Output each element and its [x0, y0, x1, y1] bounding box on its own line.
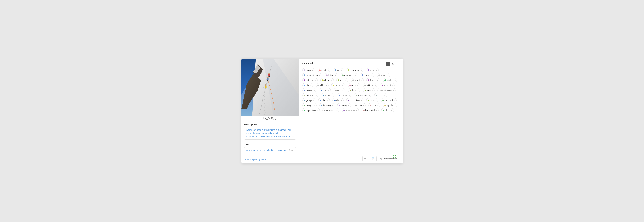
keyword-remove[interactable]: ×: [394, 104, 396, 106]
keyword-label: france: [370, 79, 376, 81]
keyword-remove[interactable]: ×: [355, 74, 356, 76]
keyword-label: glacier: [364, 74, 370, 76]
keyword-remove[interactable]: ×: [345, 79, 346, 81]
keyword-label: snow: [306, 69, 311, 71]
keyword-tag: adventure×: [346, 68, 363, 72]
copy-keywords-button[interactable]: ⎘ Copy keywords: [378, 156, 400, 161]
keyword-remove[interactable]: ×: [332, 104, 333, 106]
keyword-remove[interactable]: ×: [361, 99, 362, 101]
keyword-remove[interactable]: ×: [328, 89, 329, 91]
keyword-tag: summit×: [380, 83, 394, 87]
keyword-remove[interactable]: ×: [348, 104, 349, 106]
keyword-remove[interactable]: ×: [326, 84, 327, 86]
keyword-remove[interactable]: ×: [340, 69, 342, 71]
svg-rect-15: [267, 80, 268, 81]
keyword-remove[interactable]: ×: [387, 74, 388, 76]
keyword-remove[interactable]: ×: [356, 109, 357, 111]
keyword-remove[interactable]: ×: [393, 89, 394, 91]
main-panel: img_0052.jpg Description: A group of peo…: [242, 59, 403, 164]
keyword-tag: hiking×: [324, 73, 338, 77]
keyword-remove[interactable]: ×: [327, 99, 328, 101]
keyword-dot: [364, 84, 366, 86]
keyword-label: outdoors: [306, 94, 314, 96]
keyword-separator: ,: [398, 79, 399, 81]
keyword-remove[interactable]: ×: [336, 109, 338, 111]
keyword-separator: ,: [314, 84, 315, 86]
list-view-button[interactable]: ≡: [386, 62, 390, 66]
keyword-separator: ,: [397, 89, 397, 91]
keyword-remove[interactable]: ×: [314, 89, 315, 91]
grid-view-button[interactable]: ⊞: [391, 62, 396, 66]
keyword-remove[interactable]: ×: [372, 74, 372, 76]
keyword-remove[interactable]: ×: [342, 89, 344, 91]
keyword-separator: ,: [378, 84, 379, 86]
keyword-separator: ,: [316, 69, 316, 71]
keyword-tag: blanc×: [381, 108, 394, 112]
more-options-button[interactable]: ⋮: [291, 158, 296, 162]
keyword-remove[interactable]: ×: [314, 104, 315, 106]
keyword-remove[interactable]: ×: [394, 79, 396, 81]
keyword-remove[interactable]: ×: [312, 99, 314, 101]
keyword-remove[interactable]: ×: [394, 99, 395, 101]
keyword-remove[interactable]: ×: [375, 99, 376, 101]
keyword-remove[interactable]: ×: [361, 69, 362, 71]
keyword-dot: [318, 84, 319, 86]
keyword-remove[interactable]: ×: [372, 89, 373, 91]
keyword-remove[interactable]: ×: [310, 84, 312, 86]
keyword-separator: ,: [396, 84, 396, 86]
keyword-label: high: [323, 89, 327, 91]
keyword-remove[interactable]: ×: [317, 109, 318, 111]
keyword-tag: climb×: [318, 68, 330, 72]
keyword-label: view: [358, 104, 362, 107]
edit-button[interactable]: ✏: [362, 156, 368, 161]
keyword-label: teamwork: [346, 109, 355, 112]
keyword-remove[interactable]: ×: [377, 104, 378, 106]
keyword-remove[interactable]: ×: [377, 79, 378, 81]
edit-icon: ✏: [364, 157, 366, 160]
keyword-remove[interactable]: ×: [348, 94, 350, 96]
keyword-remove[interactable]: ×: [315, 79, 316, 81]
keyword-label: rope: [370, 99, 374, 102]
keyword-remove[interactable]: ×: [331, 79, 332, 81]
description-box[interactable]: A group of people are climbing a mountai…: [244, 127, 296, 140]
close-button[interactable]: ✕: [397, 62, 399, 65]
keyword-label: horizontal: [365, 109, 374, 112]
keyword-label: summit: [384, 84, 391, 86]
header-controls: ≡ ⊞ ✕: [386, 62, 399, 66]
keyword-remove[interactable]: ×: [374, 84, 376, 86]
keyword-remove[interactable]: ×: [332, 94, 332, 96]
keyword-separator: ,: [376, 89, 376, 91]
keyword-remove[interactable]: ×: [312, 69, 313, 71]
keyword-remove[interactable]: ×: [384, 94, 385, 96]
keyword-dot: [368, 79, 370, 81]
keyword-remove[interactable]: ×: [358, 89, 358, 91]
keyword-remove[interactable]: ×: [363, 104, 364, 106]
keyword-dot: [378, 74, 380, 76]
keyword-dot: [304, 74, 306, 76]
keyword-remove[interactable]: ×: [376, 109, 377, 111]
keyword-remove[interactable]: ×: [391, 109, 392, 111]
keyword-remove[interactable]: ×: [316, 94, 316, 96]
keyword-dot: [333, 84, 334, 86]
keyword-remove[interactable]: ×: [357, 84, 358, 86]
keyword-remove[interactable]: ×: [369, 94, 370, 96]
keyword-remove[interactable]: ×: [341, 99, 342, 101]
svg-rect-22: [269, 76, 270, 77]
keyword-remove[interactable]: ×: [361, 79, 362, 81]
keyword-remove[interactable]: ×: [392, 84, 393, 86]
keyword-tag: teamwork×: [342, 108, 359, 112]
keyword-remove[interactable]: ×: [376, 69, 377, 71]
keyword-separator: ,: [321, 109, 321, 112]
keyword-separator: ,: [358, 74, 359, 76]
keyword-separator: ,: [340, 109, 341, 112]
keyword-remove[interactable]: ×: [335, 74, 336, 76]
keyword-dot: [321, 105, 322, 106]
keyword-remove[interactable]: ×: [328, 69, 328, 71]
description-text: A group of people are climbing a mountai…: [246, 129, 292, 138]
keyword-separator: ,: [381, 104, 382, 107]
keyword-remove[interactable]: ×: [319, 74, 320, 76]
keyword-remove[interactable]: ×: [342, 84, 343, 86]
svg-point-23: [264, 99, 265, 100]
title-box[interactable]: A group of people are climbing a mountai…: [244, 147, 296, 153]
document-button[interactable]: 📄: [370, 156, 376, 161]
